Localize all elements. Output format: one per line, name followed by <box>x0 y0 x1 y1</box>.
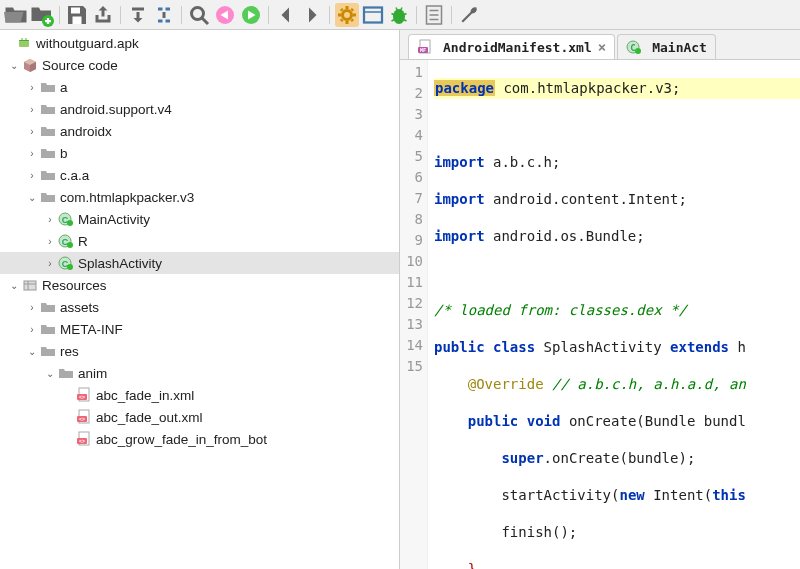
folder-icon <box>40 79 56 95</box>
expand-arrow-icon[interactable]: › <box>42 214 58 225</box>
svg-text:<>: <> <box>79 438 85 444</box>
svg-text:<>: <> <box>79 416 85 422</box>
collapse-arrow-icon[interactable]: ⌄ <box>24 346 40 357</box>
tree-label: R <box>78 234 88 249</box>
folder-icon <box>40 321 56 337</box>
tree-label: withoutguard.apk <box>36 36 139 51</box>
svg-point-37 <box>635 48 641 54</box>
nav-back-icon[interactable] <box>213 3 237 27</box>
tree-resources[interactable]: ⌄ Resources <box>0 274 399 296</box>
bug-icon[interactable] <box>387 3 411 27</box>
tab-label: AndroidManifest.xml <box>443 40 592 55</box>
tree-dir-assets[interactable]: › assets <box>0 296 399 318</box>
tree-pkg-caa[interactable]: › c.a.a <box>0 164 399 186</box>
expand-arrow-icon[interactable]: › <box>42 258 58 269</box>
tree-pkg-main[interactable]: ⌄ com.htmlapkpacker.v3 <box>0 186 399 208</box>
tree-class-splash[interactable]: › C SplashActivity <box>0 252 399 274</box>
xml-file-icon: <> <box>76 431 92 447</box>
collapse-arrow-icon[interactable]: ⌄ <box>6 60 22 71</box>
tree-pkg-androidx[interactable]: › androidx <box>0 120 399 142</box>
folder-icon <box>40 167 56 183</box>
svg-point-6 <box>343 10 352 19</box>
tree-label: SplashActivity <box>78 256 162 271</box>
tree-dir-meta[interactable]: › META-INF <box>0 318 399 340</box>
tree-root-apk[interactable]: withoutguard.apk <box>0 32 399 54</box>
wrench-icon[interactable] <box>457 3 481 27</box>
separator <box>59 6 60 24</box>
expand-arrow-icon[interactable]: › <box>24 170 40 181</box>
svg-point-18 <box>67 242 73 248</box>
tree-label: a <box>60 80 68 95</box>
android-icon <box>16 35 32 51</box>
folder-icon <box>40 343 56 359</box>
manifest-icon: MF <box>417 39 433 55</box>
tab-manifest[interactable]: MF AndroidManifest.xml × <box>408 34 615 59</box>
code-editor[interactable]: 123456789101112131415 package com.htmlap… <box>400 60 800 569</box>
tree-label: com.htmlapkpacker.v3 <box>60 190 194 205</box>
sync-icon[interactable] <box>152 3 176 27</box>
sync-down-icon[interactable] <box>126 3 150 27</box>
tree-label: Source code <box>42 58 118 73</box>
tree-label: android.support.v4 <box>60 102 172 117</box>
collapse-arrow-icon[interactable]: ⌄ <box>6 280 22 291</box>
expand-arrow-icon[interactable]: › <box>42 236 58 247</box>
separator <box>416 6 417 24</box>
svg-rect-7 <box>364 7 382 22</box>
svg-text:C: C <box>630 43 635 53</box>
tree-file-xml[interactable]: <> abc_grow_fade_in_from_bot <box>0 428 399 450</box>
project-tree[interactable]: withoutguard.apk ⌄ Source code › a › and… <box>0 30 400 569</box>
tree-source-code[interactable]: ⌄ Source code <box>0 54 399 76</box>
expand-arrow-icon[interactable]: › <box>24 324 40 335</box>
svg-point-11 <box>21 38 23 40</box>
window-icon[interactable] <box>361 3 385 27</box>
svg-point-8 <box>393 9 405 24</box>
tree-class-main[interactable]: › C MainActivity <box>0 208 399 230</box>
tree-file-xml[interactable]: <> abc_fade_in.xml <box>0 384 399 406</box>
tree-label: anim <box>78 366 107 381</box>
arrow-left-icon[interactable] <box>274 3 298 27</box>
svg-point-21 <box>67 264 73 270</box>
tree-label: c.a.a <box>60 168 89 183</box>
tree-class-r[interactable]: › C R <box>0 230 399 252</box>
tree-pkg-b[interactable]: › b <box>0 142 399 164</box>
expand-arrow-icon[interactable]: › <box>24 126 40 137</box>
expand-arrow-icon[interactable]: › <box>24 148 40 159</box>
add-project-icon[interactable] <box>30 3 54 27</box>
export-icon[interactable] <box>91 3 115 27</box>
svg-point-12 <box>25 38 27 40</box>
text-doc-icon[interactable] <box>422 3 446 27</box>
tree-file-xml[interactable]: <> abc_fade_out.xml <box>0 406 399 428</box>
xml-file-icon: <> <box>76 409 92 425</box>
arrow-right-icon[interactable] <box>300 3 324 27</box>
svg-text:MF: MF <box>420 47 426 53</box>
package-icon <box>22 57 38 73</box>
xml-file-icon: <> <box>76 387 92 403</box>
separator <box>329 6 330 24</box>
expand-arrow-icon[interactable]: › <box>24 104 40 115</box>
class-icon: C <box>58 233 74 249</box>
svg-rect-2 <box>73 16 82 24</box>
expand-arrow-icon[interactable]: › <box>24 82 40 93</box>
tree-label: MainActivity <box>78 212 150 227</box>
nav-forward-icon[interactable] <box>239 3 263 27</box>
collapse-arrow-icon[interactable]: ⌄ <box>24 192 40 203</box>
tree-dir-res[interactable]: ⌄ res <box>0 340 399 362</box>
close-icon[interactable]: × <box>598 39 606 55</box>
tab-mainactivity[interactable]: C MainAct <box>617 34 716 59</box>
code-content[interactable]: package com.htmlapkpacker.v3; import a.b… <box>428 60 800 569</box>
save-icon[interactable] <box>65 3 89 27</box>
collapse-arrow-icon[interactable]: ⌄ <box>42 368 58 379</box>
folder-icon <box>40 123 56 139</box>
expand-arrow-icon[interactable]: › <box>24 302 40 313</box>
tree-pkg-a[interactable]: › a <box>0 76 399 98</box>
tree-pkg-support[interactable]: › android.support.v4 <box>0 98 399 120</box>
settings-gear-icon[interactable] <box>335 3 359 27</box>
folder-icon <box>40 189 56 205</box>
svg-rect-1 <box>71 7 80 13</box>
open-folder-icon[interactable] <box>4 3 28 27</box>
tree-dir-anim[interactable]: ⌄ anim <box>0 362 399 384</box>
class-icon: C <box>58 211 74 227</box>
line-gutter: 123456789101112131415 <box>400 60 428 569</box>
search-icon[interactable] <box>187 3 211 27</box>
separator <box>120 6 121 24</box>
